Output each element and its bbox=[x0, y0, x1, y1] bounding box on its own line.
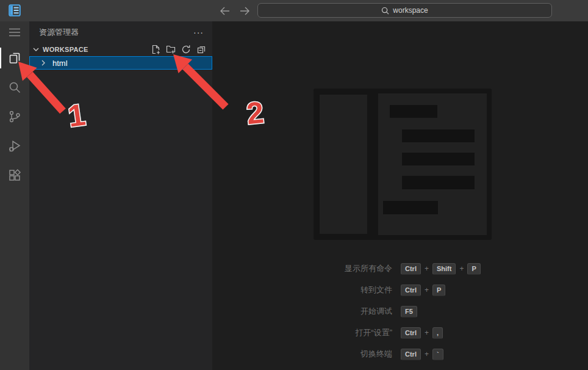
keycap: Ctrl bbox=[401, 263, 421, 275]
chevron-right-icon bbox=[38, 58, 48, 68]
keycap: F5 bbox=[401, 306, 417, 317]
chevron-down-icon bbox=[31, 45, 41, 54]
files-icon bbox=[7, 51, 22, 65]
shortcut-row: 显示所有命令Ctrl+Shift+P bbox=[212, 262, 588, 275]
search-icon bbox=[381, 7, 389, 15]
editor-watermark bbox=[314, 89, 492, 240]
shortcut-label: 打开“设置” bbox=[212, 327, 392, 338]
workspace-actions bbox=[151, 45, 206, 54]
refresh-button[interactable] bbox=[181, 45, 191, 54]
shortcut-keys: F5 bbox=[401, 306, 417, 317]
key-separator: + bbox=[425, 286, 429, 294]
shortcut-row: 切换终端Ctrl+` bbox=[212, 347, 588, 361]
keycap: , bbox=[432, 327, 443, 339]
shortcut-keys: Ctrl+P bbox=[401, 285, 445, 296]
shortcut-list: 显示所有命令Ctrl+Shift+P转到文件Ctrl+P开始调试F5打开“设置”… bbox=[212, 262, 588, 361]
shortcut-keys: Ctrl+Shift+P bbox=[401, 263, 481, 275]
explorer-sidebar: 资源管理器 ··· WORKSPACE bbox=[29, 21, 212, 370]
run-debug-icon bbox=[7, 139, 22, 153]
shortcut-label: 转到文件 bbox=[212, 285, 392, 296]
command-center-text: workspace bbox=[393, 6, 428, 15]
menu-icon[interactable] bbox=[0, 21, 29, 43]
tree-item-html-folder[interactable]: html bbox=[29, 56, 212, 70]
sidebar-title: 资源管理器 bbox=[39, 27, 79, 38]
shortcut-label: 开始调试 bbox=[212, 306, 392, 317]
keycap: Shift bbox=[432, 263, 456, 275]
activity-bar bbox=[0, 21, 29, 370]
new-folder-button[interactable] bbox=[166, 45, 176, 54]
collapse-folders-button[interactable] bbox=[196, 45, 206, 54]
watermark-bar bbox=[402, 129, 475, 142]
sidebar-item-source-control[interactable] bbox=[0, 102, 29, 131]
title-bar: workspace bbox=[0, 0, 588, 21]
shortcut-label: 显示所有命令 bbox=[212, 263, 392, 274]
back-icon[interactable] bbox=[218, 5, 231, 17]
key-separator: + bbox=[425, 328, 429, 337]
command-center-search[interactable]: workspace bbox=[257, 3, 552, 18]
forward-icon[interactable] bbox=[238, 5, 251, 17]
workspace-section-label: WORKSPACE bbox=[43, 46, 151, 53]
app-logo-icon bbox=[9, 4, 21, 16]
keycap: ` bbox=[432, 349, 443, 360]
watermark-bar bbox=[402, 153, 475, 165]
keycap: Ctrl bbox=[401, 327, 421, 339]
workspace-section-header[interactable]: WORKSPACE bbox=[29, 43, 212, 56]
keycap: P bbox=[432, 285, 445, 296]
history-navigation bbox=[218, 0, 251, 21]
shortcut-keys: Ctrl+, bbox=[401, 327, 443, 339]
keycap: P bbox=[467, 263, 480, 275]
search-icon bbox=[7, 80, 22, 95]
watermark-editor-panel bbox=[378, 93, 487, 235]
key-separator: + bbox=[425, 350, 429, 358]
shortcut-row: 开始调试F5 bbox=[212, 305, 588, 318]
sidebar-item-run-debug[interactable] bbox=[0, 131, 29, 161]
sidebar-item-extensions[interactable] bbox=[0, 161, 29, 190]
more-actions-icon[interactable]: ··· bbox=[193, 29, 204, 35]
sidebar-header: 资源管理器 ··· bbox=[29, 21, 212, 43]
new-file-button[interactable] bbox=[151, 45, 160, 54]
shortcut-label: 切换终端 bbox=[212, 349, 392, 360]
extensions-icon bbox=[7, 168, 22, 183]
tree-item-label: html bbox=[52, 59, 68, 68]
keycap: Ctrl bbox=[401, 349, 421, 360]
key-separator: + bbox=[425, 264, 429, 273]
shortcut-row: 打开“设置”Ctrl+, bbox=[212, 326, 588, 339]
editor-area: 显示所有命令Ctrl+Shift+P转到文件Ctrl+P开始调试F5打开“设置”… bbox=[212, 21, 588, 370]
sidebar-item-explorer[interactable] bbox=[0, 43, 29, 73]
vscode-window: { "colors": { "titlebar": "#3b3b3b", "ac… bbox=[0, 0, 588, 370]
shortcut-row: 转到文件Ctrl+P bbox=[212, 283, 588, 297]
shortcut-keys: Ctrl+` bbox=[401, 349, 443, 360]
source-control-icon bbox=[7, 109, 22, 124]
keycap: Ctrl bbox=[401, 285, 421, 296]
sidebar-item-search[interactable] bbox=[0, 73, 29, 102]
watermark-bar bbox=[390, 105, 437, 118]
watermark-bar bbox=[402, 176, 475, 189]
watermark-sidebar-panel bbox=[320, 95, 367, 234]
key-separator: + bbox=[459, 264, 464, 273]
watermark-bar bbox=[383, 201, 438, 214]
